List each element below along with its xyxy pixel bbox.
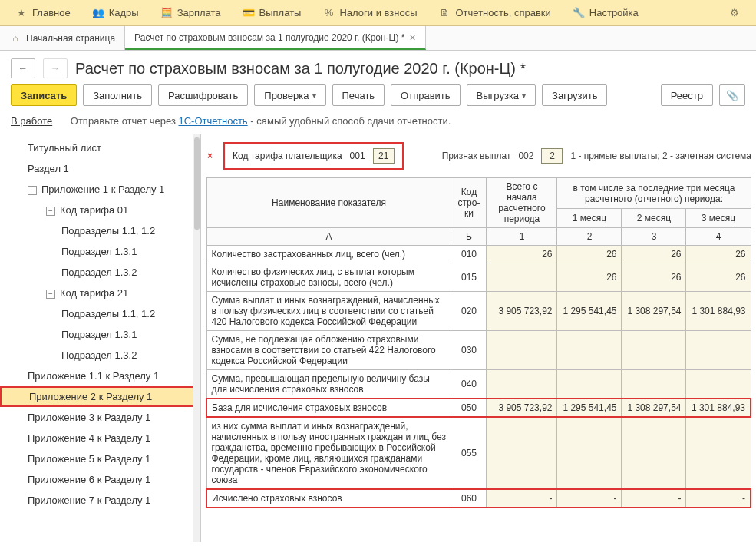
cell-m3[interactable]: [686, 331, 751, 370]
cell-total[interactable]: 3 905 723,92: [487, 399, 557, 417]
cell-code: 060: [451, 489, 487, 508]
menu-reports[interactable]: 🗎Отчетность, справки: [428, 2, 562, 24]
cell-m1[interactable]: -: [557, 489, 622, 508]
cell-code: 050: [451, 399, 487, 417]
print-button[interactable]: Печать: [332, 84, 385, 106]
sign-value-field[interactable]: 2: [541, 148, 563, 164]
gear-icon: ⚙: [728, 7, 741, 19]
cell-m1[interactable]: [557, 331, 622, 370]
cell-m2[interactable]: -: [622, 489, 686, 508]
save-button[interactable]: Записать: [11, 84, 77, 106]
send-button[interactable]: Отправить: [391, 84, 460, 106]
tree-titlepage[interactable]: Титульный лист: [0, 137, 200, 158]
attach-button[interactable]: 📎: [719, 84, 745, 106]
cell-m3[interactable]: -: [686, 489, 751, 508]
scrollbar-thumb[interactable]: [194, 137, 200, 230]
cell-name: Сумма выплат и иных вознаграждений, начи…: [206, 292, 451, 331]
table-row: Исчислено страховых взносов060----: [206, 489, 751, 508]
menu-taxes[interactable]: %Налоги и взносы: [312, 2, 428, 24]
cell-m1[interactable]: 26: [557, 263, 622, 292]
menu-salary[interactable]: 🧮Зарплата: [150, 2, 232, 24]
tree-sub-11-12-a[interactable]: Подразделы 1.1, 1.2: [0, 220, 200, 241]
sign-code: 002: [518, 151, 533, 161]
cell-m1[interactable]: 1 295 541,45: [557, 292, 622, 331]
tab-report[interactable]: Расчет по страховым взносам за 1 полугод…: [125, 26, 426, 50]
tree-app6[interactable]: Приложение 6 к Разделу 1: [0, 469, 200, 490]
asterisk-icon: ×: [207, 151, 213, 161]
tree-sub-132-a[interactable]: Подраздел 1.3.2: [0, 262, 200, 283]
tree-app2[interactable]: Приложение 2 к Разделу 1: [0, 386, 200, 407]
minus-icon[interactable]: −: [46, 207, 55, 216]
minus-icon[interactable]: −: [46, 290, 55, 299]
menu-settings[interactable]: 🔧Настройка: [562, 2, 649, 24]
menu-salary-label: Зарплата: [177, 7, 221, 18]
cell-m3[interactable]: [686, 370, 751, 399]
tree-app1[interactable]: −Приложение 1 к Разделу 1: [0, 179, 200, 200]
status-inwork-link[interactable]: В работе: [11, 115, 52, 127]
export-button[interactable]: Выгрузка▾: [467, 84, 536, 106]
nav-forward-button[interactable]: →: [43, 58, 68, 78]
cell-total[interactable]: [487, 263, 557, 292]
cell-total[interactable]: [487, 417, 557, 489]
content-panel: × Код тарифа плательщика 001 21 Признак …: [201, 134, 756, 542]
home-icon: ⌂: [9, 32, 21, 45]
menu-hr[interactable]: 👥Кадры: [81, 2, 150, 24]
cell-total[interactable]: [487, 331, 557, 370]
table-row: Сумма выплат и иных вознаграждений, начи…: [206, 292, 751, 331]
tree-sub-11-12-b[interactable]: Подразделы 1.1, 1.2: [0, 303, 200, 324]
menu-main-label: Главное: [32, 7, 71, 18]
tree-sub-131-a[interactable]: Подраздел 1.3.1: [0, 241, 200, 262]
menu-main[interactable]: ★Главное: [5, 2, 81, 24]
tree-sub-131-b[interactable]: Подраздел 1.3.1: [0, 324, 200, 345]
status-link[interactable]: 1С-Отчетность: [178, 115, 247, 127]
minus-icon[interactable]: −: [28, 186, 37, 195]
tree-sec1[interactable]: Раздел 1: [0, 158, 200, 179]
cell-m2[interactable]: 26: [622, 263, 686, 292]
menu-gear[interactable]: ⚙: [718, 2, 751, 24]
menu-hr-label: Кадры: [109, 7, 139, 18]
tree-t01[interactable]: −Код тарифа 01: [0, 200, 200, 220]
cell-m3[interactable]: 1 301 884,93: [686, 399, 751, 417]
table-row: Сумма, не подлежащая обложению страховым…: [206, 331, 751, 370]
cell-total[interactable]: [487, 370, 557, 399]
tariff-value-field[interactable]: 21: [373, 148, 395, 164]
decode-button[interactable]: Расшифровать: [158, 84, 248, 106]
cell-m1[interactable]: [557, 370, 622, 399]
sidebar: Титульный лист Раздел 1 −Приложение 1 к …: [0, 134, 201, 542]
registry-button[interactable]: Реестр: [661, 84, 713, 106]
cell-m3[interactable]: 26: [686, 246, 751, 263]
cell-total[interactable]: 26: [487, 246, 557, 263]
sidebar-scrollbar[interactable]: [193, 134, 200, 542]
nav-back-button[interactable]: ←: [11, 58, 35, 78]
cell-m2[interactable]: [622, 417, 686, 489]
cell-m1[interactable]: 1 295 541,45: [557, 399, 622, 417]
tree-app11[interactable]: Приложение 1.1 к Разделу 1: [0, 366, 200, 386]
cell-m3[interactable]: 1 301 884,93: [686, 292, 751, 331]
check-button[interactable]: Проверка▾: [254, 84, 325, 106]
cell-total[interactable]: -: [487, 489, 557, 508]
th-last3: в том числе за последние три месяца расч…: [557, 178, 751, 209]
fill-button[interactable]: Заполнить: [83, 84, 152, 106]
cell-m2[interactable]: [622, 370, 686, 399]
import-button[interactable]: Загрузить: [542, 84, 607, 106]
tree-app5[interactable]: Приложение 5 к Разделу 1: [0, 448, 200, 469]
cell-m2[interactable]: 26: [622, 246, 686, 263]
cell-name: Исчислено страховых взносов: [206, 489, 451, 508]
close-icon[interactable]: ×: [410, 31, 416, 44]
tree-app7[interactable]: Приложение 7 к Разделу 1: [0, 490, 200, 511]
tree-app3[interactable]: Приложение 3 к Разделу 1: [0, 407, 200, 428]
cell-total[interactable]: 3 905 723,92: [487, 292, 557, 331]
cell-m3[interactable]: [686, 417, 751, 489]
tab-home[interactable]: ⌂Начальная страница: [0, 26, 125, 50]
cell-m1[interactable]: 26: [557, 246, 622, 263]
tree-sub-132-b[interactable]: Подраздел 1.3.2: [0, 345, 200, 366]
cell-m3[interactable]: 26: [686, 263, 751, 292]
cell-m2[interactable]: 1 308 297,54: [622, 292, 686, 331]
cell-m1[interactable]: [557, 417, 622, 489]
menu-payments[interactable]: 💳Выплаты: [232, 2, 312, 24]
tree-app4[interactable]: Приложение 4 к Разделу 1: [0, 428, 200, 448]
tree-t21[interactable]: −Код тарифа 21: [0, 283, 200, 303]
cell-name: Количество застрахованных лиц, всего (че…: [206, 246, 451, 263]
cell-m2[interactable]: [622, 331, 686, 370]
cell-m2[interactable]: 1 308 297,54: [622, 399, 686, 417]
